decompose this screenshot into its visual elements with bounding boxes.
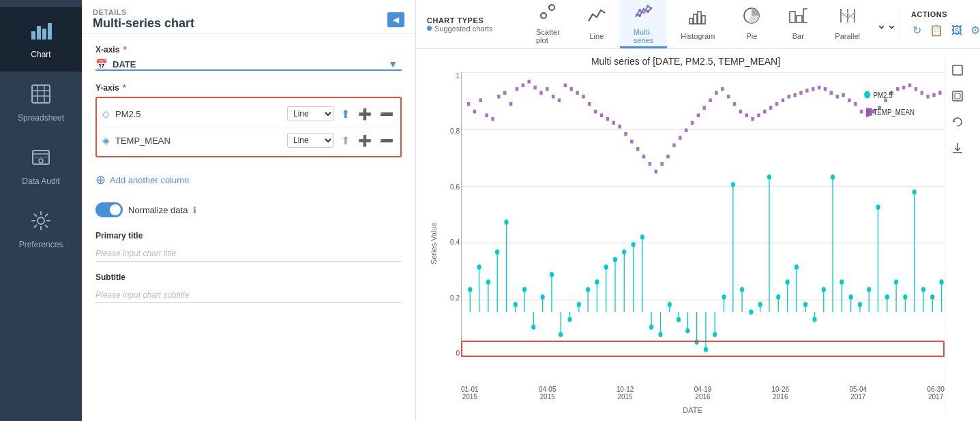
normalize-row: Normalize data ℹ [95, 202, 402, 217]
settings-button[interactable]: ⚙ [969, 22, 980, 38]
svg-rect-20 [689, 18, 693, 24]
svg-point-171 [695, 340, 698, 345]
yaxis-temp-name: TEMP_MEAN [115, 136, 282, 146]
svg-point-181 [740, 287, 743, 292]
svg-rect-95 [793, 93, 796, 97]
svg-rect-47 [503, 91, 506, 95]
svg-rect-102 [835, 95, 838, 99]
download-chart-button[interactable] [950, 140, 965, 158]
y-axis-ticks: 1 0.8 0.6 0.4 0.2 0 [441, 72, 460, 357]
svg-rect-59 [576, 91, 578, 95]
primary-title-input[interactable] [95, 246, 402, 262]
svg-point-135 [532, 325, 535, 330]
yaxis-pm25-type-select[interactable]: Line Bar Scatter [287, 106, 334, 121]
expand-chart-types-button[interactable]: ⌄⌄ [874, 17, 900, 32]
x-tick-2: 04-052015 [539, 386, 556, 401]
svg-rect-58 [570, 87, 573, 91]
svg-point-147 [586, 287, 589, 292]
svg-rect-87 [745, 114, 748, 118]
sidebar-item-spreadsheet[interactable]: Spreadsheet [0, 72, 82, 135]
info-icon[interactable]: ℹ [193, 205, 196, 215]
actions-title: ACTIONS [911, 10, 947, 18]
svg-rect-44 [485, 114, 488, 118]
tab-bar[interactable]: Bar [775, 0, 821, 48]
svg-point-14 [541, 13, 546, 18]
svg-point-155 [623, 250, 626, 255]
tab-line[interactable]: Line [574, 0, 620, 48]
svg-point-195 [804, 302, 807, 307]
download-image-button[interactable]: 🖼 [950, 23, 964, 38]
yaxis-temp-type-select[interactable]: Line Bar Scatter [287, 133, 334, 148]
svg-point-167 [677, 317, 680, 322]
svg-rect-85 [733, 102, 736, 106]
multiseries-icon [634, 2, 653, 25]
svg-rect-97 [805, 89, 808, 93]
svg-rect-228 [866, 108, 872, 116]
yaxis-pm25-move-up-button[interactable]: ⬆ [340, 108, 351, 121]
crop-tool-button[interactable] [950, 63, 965, 80]
x-tick-7: 06-302017 [927, 386, 945, 401]
calendar-icon: 📅 [95, 59, 107, 69]
refresh-button[interactable]: ↻ [911, 22, 923, 38]
svg-rect-53 [539, 91, 542, 95]
refresh-chart-button[interactable] [950, 114, 965, 132]
svg-rect-64 [606, 117, 609, 121]
svg-rect-101 [830, 91, 833, 95]
sidebar: Chart Spreadsheet Data Audit [0, 0, 82, 421]
tab-multiseries-label: Multi-series [634, 28, 653, 44]
tab-histogram[interactable]: Histogram [667, 0, 728, 48]
suggested-dot [427, 26, 432, 31]
svg-point-201 [831, 175, 834, 180]
yaxis-pm25-name: PM2.5 [115, 109, 282, 119]
svg-point-189 [777, 295, 780, 300]
svg-rect-41 [467, 102, 470, 106]
tab-scatter[interactable]: Scatter plot [522, 0, 574, 48]
tab-parallel-label: Parallel [835, 32, 860, 40]
sidebar-item-chart-label: Chart [31, 50, 50, 59]
yaxis-temp-move-up-button[interactable]: ⬆ [340, 134, 351, 147]
yaxis-pm25-remove-button[interactable]: ➖ [378, 108, 395, 121]
svg-rect-73 [660, 162, 663, 166]
svg-rect-72 [655, 170, 657, 174]
sidebar-item-preferences[interactable]: Preferences [0, 198, 82, 262]
sidebar-item-chart[interactable]: Chart [0, 7, 82, 72]
normalize-toggle[interactable] [95, 202, 123, 217]
svg-point-209 [867, 287, 871, 292]
svg-rect-106 [860, 110, 863, 114]
svg-rect-0 [31, 31, 35, 40]
collapse-details-button[interactable]: ◀ [387, 12, 404, 27]
download-csv-button[interactable]: 📋 [928, 22, 945, 38]
svg-rect-89 [757, 114, 760, 118]
svg-rect-57 [564, 84, 567, 88]
svg-rect-26 [797, 16, 802, 22]
svg-rect-119 [938, 91, 941, 95]
sidebar-item-spreadsheet-label: Spreadsheet [18, 113, 64, 123]
select-tool-button[interactable] [950, 89, 965, 106]
yaxis-temp-add-button[interactable]: ➕ [357, 134, 373, 147]
sidebar-item-data-audit[interactable]: Data Audit [0, 135, 82, 198]
svg-rect-23 [702, 16, 705, 24]
svg-point-149 [595, 280, 599, 285]
svg-point-193 [795, 265, 798, 270]
svg-point-197 [813, 317, 816, 322]
x-axis-label: DATE [441, 403, 945, 414]
svg-point-145 [577, 302, 580, 307]
svg-point-205 [849, 295, 852, 300]
details-section-title: DETAILS [93, 8, 194, 16]
svg-rect-231 [953, 91, 962, 101]
svg-point-141 [559, 332, 563, 337]
svg-rect-54 [546, 87, 548, 91]
subtitle-input[interactable] [95, 287, 402, 303]
yaxis-pm25-add-button[interactable]: ➕ [357, 108, 373, 121]
add-column-button[interactable]: ⊕ Add another column [95, 168, 189, 191]
svg-point-173 [704, 347, 707, 352]
svg-point-179 [731, 183, 734, 187]
svg-point-219 [912, 190, 916, 195]
yaxis-row-pm25: ◇ PM2.5 Line Bar Scatter ⬆ ➕ ➖ [102, 104, 395, 124]
details-header: DETAILS Multi-series chart ◀ [82, 0, 415, 34]
tab-multiseries[interactable]: Multi-series [620, 0, 667, 48]
svg-rect-112 [896, 87, 899, 91]
tab-pie[interactable]: Pie [728, 0, 775, 48]
tab-parallel[interactable]: Parallel [821, 0, 874, 48]
yaxis-temp-remove-button[interactable]: ➖ [378, 134, 395, 147]
